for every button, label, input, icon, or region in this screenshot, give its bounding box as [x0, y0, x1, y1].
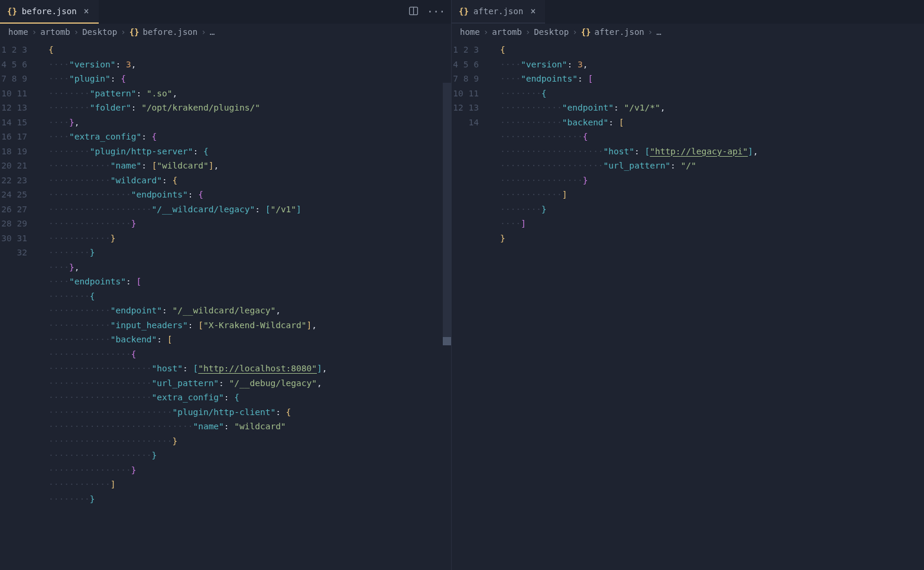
crumb[interactable]: after.json	[594, 27, 644, 37]
chevron-icon: ›	[648, 27, 653, 37]
tab-after-json[interactable]: {} after.json ×	[452, 0, 545, 24]
chevron-icon: ›	[74, 27, 79, 37]
crumb[interactable]: home	[8, 27, 28, 37]
code-content[interactable]: {····"version": 3,····"endpoints": [····…	[489, 40, 924, 570]
crumb[interactable]: artomb	[40, 27, 70, 37]
breadcrumb[interactable]: home › artomb › Desktop › {} before.json…	[0, 24, 451, 40]
close-icon[interactable]: ×	[528, 6, 538, 17]
crumb[interactable]: …	[210, 27, 215, 37]
chevron-icon: ›	[572, 27, 577, 37]
json-icon: {}	[7, 7, 17, 16]
chevron-icon: ›	[201, 27, 206, 37]
code-content[interactable]: {····"version": 3,····"plugin": {·······…	[38, 40, 451, 570]
tab-bar: {} after.json ×	[452, 0, 924, 24]
tab-title: before.json	[22, 7, 77, 16]
crumb[interactable]: before.json	[142, 27, 197, 37]
code-editor[interactable]: 1 2 3 4 5 6 7 8 9 10 11 12 13 14 15 16 1…	[0, 40, 451, 570]
chevron-icon: ›	[526, 27, 530, 37]
chevron-icon: ›	[121, 27, 125, 37]
crumb[interactable]: artomb	[492, 27, 522, 37]
crumb[interactable]: …	[656, 27, 661, 37]
close-icon[interactable]: ×	[82, 6, 92, 17]
chevron-icon: ›	[484, 27, 488, 37]
tab-before-json[interactable]: {} before.json ×	[0, 0, 99, 24]
line-gutter: 1 2 3 4 5 6 7 8 9 10 11 12 13 14	[452, 40, 489, 570]
split-editor-icon[interactable]	[408, 6, 419, 18]
tab-actions: ···	[408, 6, 445, 18]
code-editor[interactable]: 1 2 3 4 5 6 7 8 9 10 11 12 13 14 {····"v…	[452, 40, 924, 570]
editor-pane-right: {} after.json × home › artomb › Desktop …	[452, 0, 924, 570]
json-icon: {}	[129, 27, 140, 37]
crumb[interactable]: Desktop	[82, 27, 117, 37]
line-gutter: 1 2 3 4 5 6 7 8 9 10 11 12 13 14 15 16 1…	[0, 40, 38, 570]
more-icon[interactable]: ···	[427, 6, 445, 18]
editor-pane-left: {} before.json × ··· home › artomb › Des…	[0, 0, 452, 570]
breadcrumb[interactable]: home › artomb › Desktop › {} after.json …	[452, 24, 924, 40]
chevron-icon: ›	[32, 27, 37, 37]
json-icon: {}	[581, 27, 591, 37]
scrollbar-thumb[interactable]	[443, 337, 451, 345]
crumb[interactable]: home	[460, 27, 480, 37]
tab-title: after.json	[474, 7, 523, 16]
scrollbar-track[interactable]	[443, 83, 451, 337]
json-icon: {}	[459, 7, 469, 16]
tab-bar: {} before.json × ···	[0, 0, 451, 24]
crumb[interactable]: Desktop	[534, 27, 569, 37]
